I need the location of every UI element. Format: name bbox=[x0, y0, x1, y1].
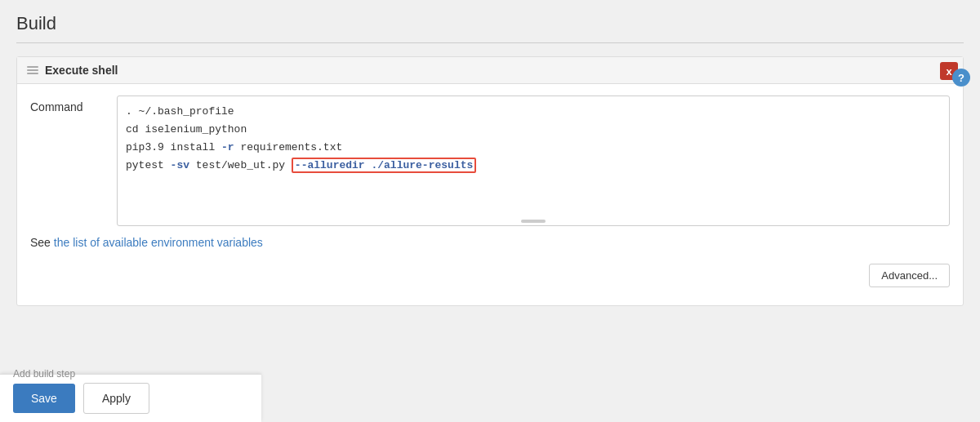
command-textarea-wrapper: . ~/.bash_profile cd iselenium_python pi… bbox=[117, 96, 950, 226]
flag-r: -r bbox=[221, 141, 234, 153]
section-title: Execute shell bbox=[45, 64, 118, 77]
build-section: Execute shell x Command . ~/.bash_profil… bbox=[16, 56, 964, 306]
flag-sv: -sv bbox=[171, 159, 189, 171]
command-line-3: pip3.9 install -r requirements.txt bbox=[126, 139, 941, 157]
command-line-1: . ~/.bash_profile bbox=[126, 103, 941, 121]
add-build-step-area: Add build step bbox=[13, 368, 75, 380]
env-vars-link[interactable]: the list of available environment variab… bbox=[54, 236, 263, 249]
add-build-step-label: Add build step bbox=[13, 368, 75, 380]
drag-handle[interactable] bbox=[27, 66, 38, 74]
scroll-hint bbox=[521, 220, 546, 223]
section-body: Command . ~/.bash_profile cd iselenium_p… bbox=[17, 84, 963, 305]
command-row: Command . ~/.bash_profile cd iselenium_p… bbox=[30, 96, 950, 226]
section-header: Execute shell x bbox=[17, 57, 963, 84]
apply-button[interactable]: Apply bbox=[83, 383, 149, 414]
save-button[interactable]: Save bbox=[13, 384, 75, 413]
page-container: Build Execute shell x Command . ~/.bash_… bbox=[0, 0, 980, 422]
command-line-2: cd iselenium_python bbox=[126, 121, 941, 139]
command-line-4: pytest -sv test/web_ut.py --alluredir ./… bbox=[126, 157, 941, 175]
advanced-row: Advanced... bbox=[30, 260, 950, 294]
env-vars-row: See the list of available environment va… bbox=[30, 236, 950, 249]
command-label: Command bbox=[30, 96, 104, 113]
highlighted-args: --alluredir ./allure-results bbox=[292, 158, 476, 173]
advanced-button[interactable]: Advanced... bbox=[869, 264, 950, 287]
bottom-toolbar: Add build step Save Apply bbox=[0, 374, 261, 422]
outer-help-button[interactable]: ? bbox=[952, 69, 970, 87]
command-display[interactable]: . ~/.bash_profile cd iselenium_python pi… bbox=[117, 96, 950, 226]
page-title: Build bbox=[16, 13, 964, 43]
env-vars-prefix: See bbox=[30, 236, 54, 249]
